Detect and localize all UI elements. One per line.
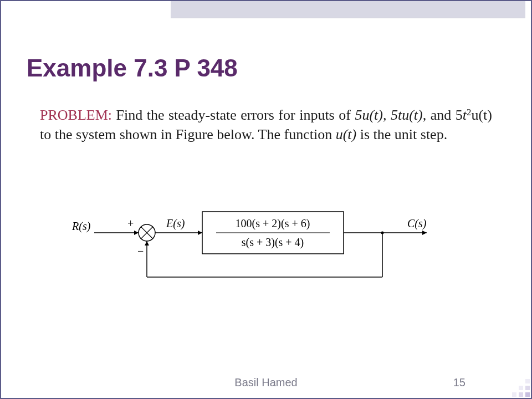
body-text: to the system shown in Figure below. The… [40, 126, 336, 142]
tf-denominator: s(s + 3)(s + 4) [242, 236, 304, 249]
input-1: 5u(t), [355, 107, 386, 123]
summing-junction-icon [139, 224, 155, 241]
body-text: and 5 [426, 107, 463, 123]
body-text: Find the steady-state errors for inputs … [112, 107, 355, 123]
problem-label: PROBLEM: [40, 107, 112, 123]
input-3-var: t [463, 107, 467, 123]
input-signal-label: R(s) [71, 220, 91, 233]
svg-marker-1 [134, 231, 139, 235]
decorative-top-bar [171, 0, 525, 18]
svg-marker-9 [422, 231, 427, 235]
plus-sign: + [127, 217, 134, 229]
page-number: 15 [453, 376, 466, 389]
minus-sign: − [137, 245, 144, 257]
corner-dot-icon [525, 392, 530, 397]
slide-title: Example 7.3 P 348 [27, 54, 238, 82]
corner-dot-icon [519, 392, 523, 397]
tf-numerator: 100(s + 2)(s + 6) [236, 217, 310, 230]
error-signal-label: E(s) [166, 217, 185, 230]
corner-dot-icon [512, 392, 516, 397]
unit-step-function: u(t) [336, 126, 357, 142]
input-3-rest: u(t) [471, 107, 492, 123]
body-text [386, 107, 391, 123]
block-diagram-svg: R(s) + − E(s) 100(s + 2)(s + 6) s(s + [72, 200, 460, 299]
problem-text: PROBLEM: Find the steady-state errors fo… [40, 105, 492, 144]
input-2: 5tu(t), [391, 107, 426, 123]
output-signal-label: C(s) [407, 217, 427, 230]
svg-marker-6 [198, 231, 202, 235]
svg-marker-13 [145, 241, 149, 245]
slide: Example 7.3 P 348 PROBLEM: Find the stea… [0, 0, 532, 399]
block-diagram: R(s) + − E(s) 100(s + 2)(s + 6) s(s + [72, 200, 460, 299]
body-text: is the unit step. [356, 126, 447, 142]
input-3-exponent: 2 [467, 107, 471, 117]
footer-author: Basil Hamed [0, 376, 532, 389]
